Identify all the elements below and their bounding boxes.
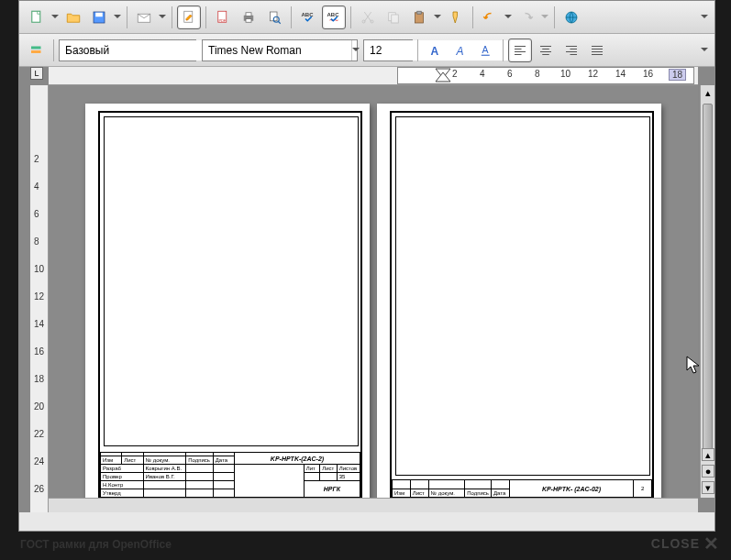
font-name-dropdown[interactable] (351, 40, 360, 60)
svg-rect-22 (31, 50, 41, 53)
ruler-tick: 18 (34, 374, 44, 384)
svg-rect-2 (95, 12, 103, 16)
scroll-thumb[interactable] (703, 104, 713, 452)
horizontal-ruler[interactable]: 2 4 6 8 10 12 14 16 18 (49, 67, 698, 85)
separator (127, 6, 127, 28)
navigation-buttons: ▴ ● ▾ (702, 448, 714, 494)
edit-button[interactable] (177, 5, 201, 29)
toolbar-overflow[interactable] (700, 45, 709, 55)
svg-text:PDF: PDF (219, 18, 227, 22)
ruler-tick: 8 (535, 69, 540, 79)
styles-button[interactable] (25, 38, 49, 62)
paragraph-style-input[interactable] (60, 40, 208, 60)
font-name-combo[interactable] (202, 39, 358, 61)
paste-dropdown[interactable] (433, 12, 442, 22)
separator (417, 39, 418, 61)
align-justify-button[interactable] (585, 38, 609, 62)
ruler-tick: 16 (643, 69, 653, 79)
export-pdf-button[interactable]: PDF (211, 5, 235, 29)
toolbar-overflow[interactable] (700, 12, 709, 22)
title-block-small: KP-HPTK- (2AC-02) 2 ИзмЛист№ докум.Подпи… (390, 479, 654, 500)
ruler-tick: 14 (615, 69, 626, 79)
ruler-tick: 26 (34, 484, 44, 494)
redo-dropdown[interactable] (540, 12, 549, 22)
ruler-tick: 18 (669, 69, 686, 81)
svg-rect-0 (32, 11, 40, 22)
ruler-tick: 12 (588, 69, 598, 79)
separator (291, 6, 292, 28)
svg-text:A: A (482, 44, 489, 55)
svg-text:A: A (456, 44, 464, 57)
separator (205, 6, 206, 28)
spellcheck-button[interactable]: ABC (296, 5, 320, 29)
prev-page-button[interactable]: ▴ (702, 448, 714, 461)
undo-dropdown[interactable] (504, 12, 513, 22)
ruler-tick: 8 (34, 236, 39, 247)
svg-text:A: A (431, 44, 439, 57)
mail-dropdown[interactable] (158, 12, 167, 22)
ruler-tick: 4 (34, 181, 39, 192)
save-dropdown[interactable] (113, 12, 122, 22)
undo-button[interactable] (478, 5, 502, 29)
save-button[interactable] (87, 5, 111, 29)
document-canvas[interactable]: KP-HPTK-(2AC-2) ИзмЛист№ докум.ПодписьДа… (49, 85, 698, 498)
font-size-combo[interactable] (363, 39, 413, 61)
standard-toolbar: PDF ABC ABC (19, 1, 714, 34)
font-name-input[interactable] (203, 40, 351, 60)
paragraph-style-combo[interactable] (59, 39, 196, 61)
bold-button[interactable]: A (423, 38, 447, 62)
ruler-tick: 6 (507, 69, 513, 79)
copy-button[interactable] (382, 5, 405, 29)
svg-rect-17 (392, 15, 399, 23)
formatting-toolbar: A A A (19, 34, 714, 67)
horizontal-scrollbar[interactable] (49, 498, 698, 512)
doc-code: KP-HPTK-(2AC-2) (235, 453, 360, 465)
ruler-tick: 4 (480, 69, 485, 79)
paste-button[interactable] (407, 5, 431, 29)
svg-rect-21 (31, 46, 41, 49)
hyperlink-button[interactable] (559, 5, 583, 29)
align-right-button[interactable] (559, 38, 583, 62)
vertical-scrollbar[interactable]: ▴ ▾ (700, 85, 714, 498)
ruler-corner[interactable]: L (30, 67, 43, 80)
page-2: KP-HPTK- (2AC-02) 2 ИзмЛист№ докум.Подпи… (377, 104, 661, 507)
ruler-tick: 20 (34, 401, 44, 412)
doc-code: KP-HPTK- (2AC-02) (509, 480, 633, 498)
format-paintbrush-button[interactable] (444, 5, 468, 29)
redo-button[interactable] (515, 5, 538, 29)
ruler-tick: 6 (34, 209, 39, 219)
ruler-tick: 2 (34, 154, 39, 164)
align-center-button[interactable] (534, 38, 558, 62)
open-button[interactable] (61, 5, 85, 29)
ruler-tick: 2 (452, 69, 458, 79)
print-preview-button[interactable] (262, 5, 286, 29)
inner-frame (104, 116, 359, 446)
svg-rect-9 (246, 18, 251, 22)
image-caption: ГОСТ рамки для OpenOffice (20, 538, 172, 551)
next-page-button[interactable]: ▾ (702, 481, 714, 494)
close-button[interactable]: CLOSE ✕ (651, 533, 720, 555)
autospellcheck-button[interactable]: ABC (322, 5, 346, 29)
mail-button[interactable] (132, 5, 156, 29)
separator (53, 39, 54, 61)
vertical-ruler[interactable]: 2 4 6 8 10 12 14 16 18 20 22 24 26 (30, 85, 49, 512)
ruler-tick: 10 (560, 69, 570, 79)
new-dropdown[interactable] (50, 12, 60, 22)
separator (472, 6, 473, 28)
italic-button[interactable]: A (449, 38, 472, 62)
inner-frame (395, 116, 650, 476)
align-left-button[interactable] (508, 38, 532, 62)
ruler-tick: 10 (34, 264, 44, 274)
separator (350, 6, 351, 28)
nav-select-button[interactable]: ● (702, 465, 714, 478)
svg-rect-19 (417, 11, 422, 14)
application-window: PDF ABC ABC (18, 0, 715, 532)
underline-button[interactable]: A (474, 38, 498, 62)
indent-marker-icon[interactable] (434, 67, 452, 83)
scroll-up-button[interactable]: ▴ (701, 85, 714, 100)
ruler-tick: 14 (34, 319, 44, 329)
cut-button[interactable] (356, 5, 380, 29)
print-button[interactable] (237, 5, 260, 29)
separator (554, 6, 555, 28)
new-button[interactable] (25, 5, 49, 29)
